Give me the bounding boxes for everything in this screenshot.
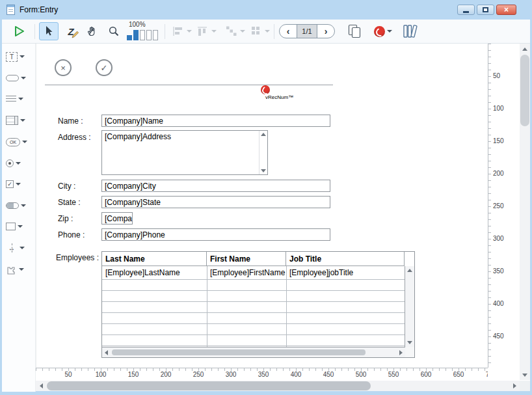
previous-page-button[interactable]: ‹	[280, 25, 297, 38]
window-controls: ×	[457, 5, 516, 15]
column-divider	[207, 266, 207, 347]
variable-label[interactable]: vRecNum™	[265, 94, 293, 100]
hand-tool-button[interactable]	[83, 22, 102, 40]
caret-down-icon[interactable]	[265, 30, 270, 33]
table-row	[102, 280, 405, 291]
name-input[interactable]: [Company]Name	[101, 115, 330, 127]
tool-checkbox[interactable]: ✓	[6, 176, 34, 193]
cancel-button-object[interactable]: ×	[55, 59, 72, 76]
caret-down-icon[interactable]	[211, 30, 217, 33]
column-header: Last Name	[102, 252, 207, 266]
4d-variable-icon[interactable]	[261, 85, 270, 94]
zoom-step-icon[interactable]	[133, 30, 139, 40]
caret-down-icon[interactable]	[387, 30, 392, 33]
tool-label[interactable]	[6, 90, 34, 107]
scroll-down-button[interactable]	[520, 370, 530, 380]
progress-tool-icon	[6, 202, 19, 209]
form-pages-button[interactable]	[344, 22, 365, 40]
distribute-button[interactable]	[223, 22, 246, 40]
scroll-left-button[interactable]	[36, 381, 46, 391]
caret-down-icon[interactable]	[240, 30, 245, 33]
scroll-up-button[interactable]	[520, 44, 530, 54]
tool-splitter[interactable]: ↔	[6, 239, 34, 256]
name-label[interactable]: Name :	[58, 116, 83, 126]
minimize-button[interactable]	[457, 5, 475, 15]
scrollbar-thumb[interactable]	[47, 381, 371, 390]
tool-rectangle[interactable]	[6, 218, 34, 235]
close-button[interactable]: ×	[496, 5, 516, 15]
table-row	[102, 302, 405, 313]
align-left-button[interactable]	[170, 22, 193, 40]
state-label[interactable]: State :	[58, 198, 81, 207]
ruler-tick-label: 300	[493, 235, 504, 243]
caret-down-icon[interactable]	[22, 141, 27, 143]
table-cell: [Employee]LastName	[102, 266, 207, 279]
phone-label[interactable]: Phone :	[58, 230, 85, 239]
run-form-button[interactable]	[8, 22, 29, 40]
tool-field[interactable]	[6, 70, 34, 87]
level-button[interactable]	[248, 22, 271, 40]
tool-progress[interactable]	[6, 197, 34, 214]
caret-down-icon[interactable]	[20, 55, 25, 58]
column-divider	[286, 266, 287, 347]
tool-plugin[interactable]	[6, 261, 34, 278]
employees-listbox[interactable]: Last Name First Name Job Title [Employee…	[101, 251, 415, 358]
caret-down-icon[interactable]	[20, 247, 25, 249]
form-design-canvas[interactable]: × ✓ vRecNum™ Name : [Company]Name Addres…	[36, 44, 488, 368]
zoom-steps[interactable]	[127, 29, 163, 40]
library-button[interactable]	[400, 22, 421, 40]
zoom-step-icon[interactable]	[146, 30, 152, 40]
zoom-level-widget[interactable]: 100%	[127, 21, 163, 40]
caret-down-icon[interactable]	[18, 225, 23, 228]
address-textarea[interactable]: [Company]Address	[101, 130, 268, 175]
caret-down-icon[interactable]	[18, 98, 23, 100]
zoom-step-icon[interactable]	[127, 35, 132, 40]
select-tool-button[interactable]	[39, 22, 59, 40]
zoom-step-icon[interactable]	[140, 30, 145, 40]
caret-down-icon[interactable]	[21, 77, 26, 79]
table-row: [Employee]LastName [Employee]FirstName […	[102, 266, 405, 280]
scroll-up-icon	[407, 269, 412, 272]
zoom-step-icon[interactable]	[153, 30, 158, 40]
separator-line-object[interactable]	[45, 85, 333, 85]
zoom-tool-button[interactable]	[104, 22, 124, 40]
align-top-button[interactable]	[194, 22, 218, 40]
zip-label[interactable]: Zip :	[58, 214, 73, 223]
next-page-button[interactable]: ›	[317, 25, 334, 38]
scroll-right-button[interactable]	[509, 381, 520, 391]
4d-menu-button[interactable]	[371, 22, 395, 40]
entry-order-tool-button[interactable]: Z	[61, 22, 81, 40]
tool-radio[interactable]	[6, 155, 34, 172]
caret-down-icon[interactable]	[21, 204, 26, 207]
window-horizontal-scrollbar[interactable]	[36, 381, 520, 391]
city-label[interactable]: City :	[58, 182, 75, 191]
caret-down-icon[interactable]	[20, 119, 25, 122]
maximize-button[interactable]	[477, 5, 494, 15]
window-vertical-scrollbar[interactable]	[520, 44, 530, 380]
accept-button-object[interactable]: ✓	[96, 59, 113, 76]
zip-input[interactable]: [Compa	[101, 212, 133, 225]
phone-input[interactable]: [Company]Phone	[101, 228, 330, 241]
form-document-icon	[7, 5, 15, 15]
scroll-down-icon	[261, 169, 266, 172]
address-label[interactable]: Address :	[58, 133, 91, 142]
caret-down-icon[interactable]	[187, 30, 192, 33]
horizontal-ruler: 5010015020025030035040045050055060065070…	[36, 368, 488, 380]
employees-label[interactable]: Employees :	[56, 253, 99, 262]
caret-down-icon[interactable]	[16, 183, 21, 185]
table-cell: [Employee]FirstName	[207, 266, 286, 279]
state-input[interactable]: [Company]State	[101, 196, 330, 208]
caret-down-icon[interactable]	[19, 268, 24, 271]
tool-button[interactable]: OK	[6, 133, 34, 150]
scrollbar-thumb[interactable]	[520, 55, 529, 126]
rectangle-tool-icon	[6, 223, 16, 230]
titlebar[interactable]: Form:Entry ×	[0, 0, 532, 20]
scroll-up-icon	[261, 133, 266, 136]
ruler-tick-label: 200	[493, 170, 504, 178]
caret-down-icon[interactable]	[16, 162, 21, 165]
ruler-tick-label: 100	[96, 371, 107, 379]
tool-text[interactable]: T	[6, 48, 34, 65]
table-cell: [Employee]jobTitle	[286, 266, 405, 279]
tool-listbox[interactable]	[6, 112, 34, 129]
city-input[interactable]: [Company]City	[101, 180, 330, 192]
